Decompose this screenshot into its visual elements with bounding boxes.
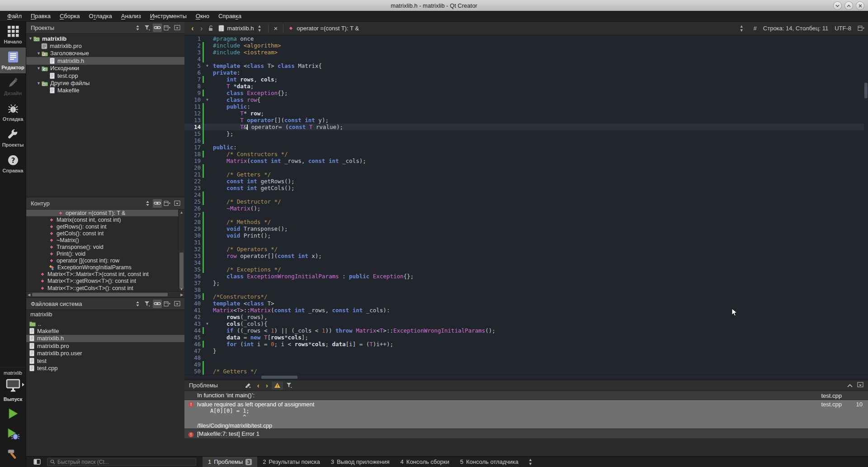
code-editor[interactable]: 1#pragma once2#include <algorithm>3#incl…: [184, 35, 868, 375]
outline-horizontal-scrollbar[interactable]: ◀ ▶: [26, 291, 184, 297]
filter-icon[interactable]: [143, 300, 152, 308]
outline-item[interactable]: getCols(): const int: [26, 230, 184, 237]
line-number[interactable]: 43: [184, 320, 203, 327]
code-line-5[interactable]: 5▼template <class T> class Matrix{: [184, 62, 868, 69]
outline-item[interactable]: ExceptionWrongInitialParams: [26, 264, 184, 271]
titlebar[interactable]: matrixlib.h - matrixlib - Qt Creator: [0, 0, 868, 11]
filesystem-root-label[interactable]: matrixlib: [26, 310, 184, 319]
code-line-36[interactable]: 36 class ExceptionWrongInitialParams : p…: [184, 273, 868, 280]
code-line-45[interactable]: 45 data = new T[rows*cols];: [184, 334, 868, 341]
code-line-26[interactable]: 26 ~Matrix();: [184, 205, 868, 212]
split-icon[interactable]: [163, 199, 172, 208]
code-line-11[interactable]: 11 public:: [184, 103, 868, 110]
maximize-panel-icon[interactable]: [857, 382, 863, 389]
collapse-icon[interactable]: [173, 199, 182, 208]
line-number[interactable]: 38: [184, 286, 203, 293]
line-number[interactable]: 36: [184, 273, 203, 280]
tree-item-Makefile[interactable]: Makefile: [26, 87, 184, 94]
filter-icon[interactable]: [284, 382, 295, 388]
line-number[interactable]: 29: [184, 225, 203, 232]
mode-edit[interactable]: Редактор: [0, 48, 26, 73]
tree-item-Исходники[interactable]: ▼C+Исходники: [26, 65, 184, 72]
previous-item-icon[interactable]: ‹: [255, 381, 262, 389]
line-number[interactable]: 12: [184, 110, 203, 117]
line-number[interactable]: 18: [184, 151, 203, 157]
menu-Сборка[interactable]: Сборка: [55, 11, 85, 21]
line-number[interactable]: 48: [184, 354, 203, 361]
file-item-Makefile[interactable]: Makefile: [26, 327, 184, 334]
code-line-8[interactable]: 8 T *data;: [184, 83, 868, 90]
line-number[interactable]: 14: [184, 124, 203, 130]
code-line-10[interactable]: 10▼ class row{: [184, 96, 868, 103]
line-number[interactable]: 44: [184, 327, 203, 334]
sort-icon[interactable]: [133, 300, 142, 308]
menu-Файл[interactable]: Файл: [3, 11, 26, 21]
expand-arrow-icon[interactable]: ▼: [28, 36, 33, 41]
close-document-icon[interactable]: ×: [271, 24, 281, 32]
code-line-9[interactable]: 9 class Exception{};: [184, 90, 868, 96]
file-item-matrixlib.h[interactable]: matrixlib.h: [26, 335, 184, 342]
mode-debug[interactable]: Отладка: [0, 99, 26, 125]
line-number[interactable]: 41: [184, 307, 203, 314]
split-editor-icon[interactable]: [858, 25, 864, 31]
fold-marker-icon[interactable]: ▼: [204, 62, 211, 69]
code-line-40[interactable]: 40template <class T>: [184, 300, 868, 307]
problem-row[interactable]: [Makefile:7: test] Error 1: [184, 429, 868, 439]
menu-Окно[interactable]: Окно: [191, 11, 214, 21]
line-number[interactable]: 25: [184, 198, 203, 205]
line-number[interactable]: 15: [184, 130, 203, 137]
link-icon[interactable]: [153, 24, 162, 32]
line-number[interactable]: 10: [184, 96, 203, 103]
outline-vscroll-thumb[interactable]: [179, 253, 184, 289]
code-line-30[interactable]: 30 void Print();: [184, 232, 868, 239]
fold-marker-icon[interactable]: ▼: [204, 96, 211, 103]
code-line-48[interactable]: 48: [184, 354, 868, 361]
code-line-2[interactable]: 2#include <algorithm>: [184, 42, 868, 49]
code-line-22[interactable]: 22 const int getRows();: [184, 178, 868, 185]
line-number[interactable]: 9: [184, 90, 203, 96]
menu-Справка[interactable]: Справка: [214, 11, 246, 21]
filter-icon[interactable]: [143, 24, 152, 32]
output-tab-Проблемы[interactable]: 1Проблемы3: [203, 457, 257, 467]
fold-marker-icon[interactable]: ▼: [204, 320, 211, 327]
output-tab-Вывод приложения[interactable]: 3Вывод приложения: [326, 457, 395, 467]
encoding-indicator[interactable]: UTF-8: [835, 25, 851, 32]
line-number[interactable]: 8: [184, 83, 203, 90]
code-line-32[interactable]: 32 /* Operators */: [184, 246, 868, 253]
editor-vscroll-thumb[interactable]: [864, 83, 868, 98]
split-icon[interactable]: [163, 300, 172, 308]
editor-horizontal-scrollbar[interactable]: [184, 375, 868, 380]
file-item-matrixlib.pro[interactable]: matrixlib.pro: [26, 342, 184, 349]
code-line-39[interactable]: 39/*Constructors*/: [184, 293, 868, 300]
run-button[interactable]: [7, 407, 19, 420]
code-line-25[interactable]: 25 /* Destructor */: [184, 198, 868, 205]
code-line-44[interactable]: 44 if ((_rows < 1) || (_cols < 1)) throw…: [184, 327, 868, 334]
scroll-up-icon[interactable]: ▲: [179, 210, 184, 215]
line-number[interactable]: 11: [184, 103, 203, 110]
code-line-33[interactable]: 33 row operator[](const int x);: [184, 253, 868, 259]
go-back-icon[interactable]: ‹: [188, 24, 197, 33]
tree-item-matrixlib.h[interactable]: matrixlib.h: [26, 57, 184, 64]
code-line-1[interactable]: 1#pragma once: [184, 35, 868, 42]
line-number[interactable]: 27: [184, 212, 203, 219]
outline-item[interactable]: Matrix(const int, const int): [26, 216, 184, 223]
problem-row[interactable]: lvalue required as left operand of assig…: [184, 400, 868, 429]
maximize-button[interactable]: [844, 1, 853, 10]
code-line-31[interactable]: 31: [184, 239, 868, 246]
code-line-19[interactable]: 19 Matrix(const int _rows, const int _co…: [184, 157, 868, 164]
toggle-sidebar-icon[interactable]: [33, 459, 41, 465]
code-line-20[interactable]: 20: [184, 164, 868, 171]
problem-row[interactable]: In function ‘int main()’:test.cpp: [184, 391, 868, 400]
tree-item-Заголовочные[interactable]: ▼hЗаголовочные: [26, 50, 184, 57]
collapse-icon[interactable]: [173, 300, 182, 308]
outline-item[interactable]: getRows(): const int: [26, 223, 184, 230]
outline-vertical-scrollbar[interactable]: ▲ ▼: [178, 210, 184, 292]
line-number[interactable]: 3: [184, 49, 203, 56]
outline-item[interactable]: ~Matrix(): [26, 237, 184, 243]
editor-vertical-scrollbar[interactable]: [864, 35, 868, 375]
line-number[interactable]: 32: [184, 246, 203, 253]
sort-icon[interactable]: [143, 199, 152, 208]
close-button[interactable]: [856, 1, 864, 10]
line-number[interactable]: 45: [184, 334, 203, 341]
line-number[interactable]: 47: [184, 348, 203, 354]
